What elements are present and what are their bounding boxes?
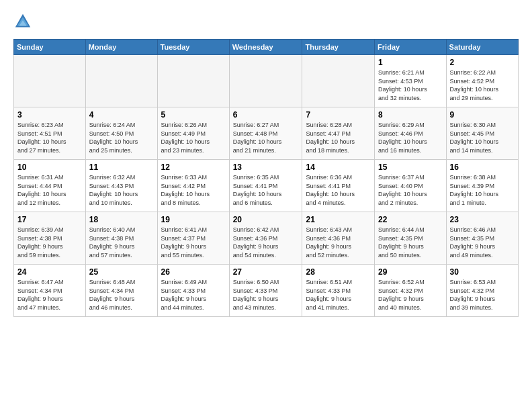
day-number: 5	[161, 110, 226, 120]
calendar-cell	[302, 55, 375, 107]
day-number: 17	[17, 215, 82, 224]
day-number: 24	[17, 267, 82, 277]
calendar-cell: 3Sunrise: 6:23 AM Sunset: 4:51 PM Daylig…	[14, 107, 86, 160]
calendar-cell: 6Sunrise: 6:27 AM Sunset: 4:48 PM Daylig…	[229, 107, 302, 160]
day-number: 6	[233, 110, 299, 120]
day-info: Sunrise: 6:30 AM Sunset: 4:45 PM Dayligh…	[450, 121, 515, 154]
calendar-cell: 24Sunrise: 6:47 AM Sunset: 4:34 PM Dayli…	[14, 265, 86, 317]
day-number: 23	[450, 215, 515, 224]
day-info: Sunrise: 6:27 AM Sunset: 4:48 PM Dayligh…	[233, 121, 299, 154]
day-number: 22	[378, 215, 442, 224]
calendar-cell: 9Sunrise: 6:30 AM Sunset: 4:45 PM Daylig…	[446, 107, 518, 160]
calendar-cell: 2Sunrise: 6:22 AM Sunset: 4:52 PM Daylig…	[446, 55, 518, 107]
day-number: 25	[89, 267, 154, 277]
calendar-cell	[157, 55, 229, 107]
day-number: 29	[378, 267, 442, 277]
day-info: Sunrise: 6:47 AM Sunset: 4:34 PM Dayligh…	[17, 278, 82, 312]
weekday-header-thursday: Thursday	[302, 40, 375, 55]
weekday-header-friday: Friday	[375, 40, 446, 55]
day-info: Sunrise: 6:26 AM Sunset: 4:49 PM Dayligh…	[161, 121, 226, 154]
day-info: Sunrise: 6:41 AM Sunset: 4:37 PM Dayligh…	[161, 226, 226, 259]
day-number: 12	[161, 163, 226, 172]
calendar-cell: 28Sunrise: 6:51 AM Sunset: 4:33 PM Dayli…	[302, 265, 375, 317]
logo	[13, 12, 35, 31]
day-info: Sunrise: 6:36 AM Sunset: 4:41 PM Dayligh…	[306, 173, 371, 207]
calendar-cell: 26Sunrise: 6:49 AM Sunset: 4:33 PM Dayli…	[157, 265, 229, 317]
day-number: 28	[306, 267, 371, 277]
day-number: 11	[89, 163, 154, 172]
calendar-cell: 25Sunrise: 6:48 AM Sunset: 4:34 PM Dayli…	[85, 265, 157, 317]
calendar-cell: 15Sunrise: 6:37 AM Sunset: 4:40 PM Dayli…	[375, 160, 446, 212]
calendar-cell: 27Sunrise: 6:50 AM Sunset: 4:33 PM Dayli…	[229, 265, 302, 317]
calendar-cell	[229, 55, 302, 107]
day-info: Sunrise: 6:50 AM Sunset: 4:33 PM Dayligh…	[233, 278, 299, 312]
calendar-cell	[14, 55, 86, 107]
calendar-week-5: 24Sunrise: 6:47 AM Sunset: 4:34 PM Dayli…	[14, 265, 519, 317]
calendar-cell: 29Sunrise: 6:52 AM Sunset: 4:32 PM Dayli…	[375, 265, 446, 317]
day-info: Sunrise: 6:35 AM Sunset: 4:41 PM Dayligh…	[233, 173, 299, 207]
day-number: 9	[450, 110, 515, 120]
weekday-header-wednesday: Wednesday	[229, 40, 302, 55]
day-number: 20	[233, 215, 299, 224]
day-number: 18	[89, 215, 154, 224]
weekday-header-monday: Monday	[85, 40, 157, 55]
day-info: Sunrise: 6:32 AM Sunset: 4:43 PM Dayligh…	[89, 173, 154, 207]
day-number: 26	[161, 267, 226, 277]
day-info: Sunrise: 6:24 AM Sunset: 4:50 PM Dayligh…	[89, 121, 154, 154]
day-info: Sunrise: 6:43 AM Sunset: 4:36 PM Dayligh…	[306, 226, 371, 259]
calendar-cell: 13Sunrise: 6:35 AM Sunset: 4:41 PM Dayli…	[229, 160, 302, 212]
day-number: 4	[89, 110, 154, 120]
day-number: 10	[17, 163, 82, 172]
logo-icon	[13, 12, 32, 31]
weekday-header-saturday: Saturday	[446, 40, 518, 55]
calendar-week-1: 1Sunrise: 6:21 AM Sunset: 4:53 PM Daylig…	[14, 55, 519, 107]
calendar-cell: 7Sunrise: 6:28 AM Sunset: 4:47 PM Daylig…	[302, 107, 375, 160]
day-info: Sunrise: 6:22 AM Sunset: 4:52 PM Dayligh…	[450, 68, 515, 102]
weekday-header-row: SundayMondayTuesdayWednesdayThursdayFrid…	[14, 40, 519, 55]
day-info: Sunrise: 6:40 AM Sunset: 4:38 PM Dayligh…	[89, 226, 154, 259]
day-info: Sunrise: 6:37 AM Sunset: 4:40 PM Dayligh…	[378, 173, 442, 207]
day-info: Sunrise: 6:23 AM Sunset: 4:51 PM Dayligh…	[17, 121, 82, 154]
calendar-cell: 12Sunrise: 6:33 AM Sunset: 4:42 PM Dayli…	[157, 160, 229, 212]
day-info: Sunrise: 6:38 AM Sunset: 4:39 PM Dayligh…	[450, 173, 515, 207]
day-number: 15	[378, 163, 442, 172]
day-number: 13	[233, 163, 299, 172]
day-info: Sunrise: 6:44 AM Sunset: 4:35 PM Dayligh…	[378, 226, 442, 259]
calendar-cell: 19Sunrise: 6:41 AM Sunset: 4:37 PM Dayli…	[157, 212, 229, 265]
day-number: 21	[306, 215, 371, 224]
calendar-cell: 21Sunrise: 6:43 AM Sunset: 4:36 PM Dayli…	[302, 212, 375, 265]
day-info: Sunrise: 6:29 AM Sunset: 4:46 PM Dayligh…	[378, 121, 442, 154]
day-number: 14	[306, 163, 371, 172]
calendar-cell: 1Sunrise: 6:21 AM Sunset: 4:53 PM Daylig…	[375, 55, 446, 107]
calendar-week-3: 10Sunrise: 6:31 AM Sunset: 4:44 PM Dayli…	[14, 160, 519, 212]
weekday-header-tuesday: Tuesday	[157, 40, 229, 55]
calendar-cell: 11Sunrise: 6:32 AM Sunset: 4:43 PM Dayli…	[85, 160, 157, 212]
calendar-cell: 18Sunrise: 6:40 AM Sunset: 4:38 PM Dayli…	[85, 212, 157, 265]
day-info: Sunrise: 6:49 AM Sunset: 4:33 PM Dayligh…	[161, 278, 226, 312]
day-info: Sunrise: 6:33 AM Sunset: 4:42 PM Dayligh…	[161, 173, 226, 207]
calendar-cell: 30Sunrise: 6:53 AM Sunset: 4:32 PM Dayli…	[446, 265, 518, 317]
day-info: Sunrise: 6:31 AM Sunset: 4:44 PM Dayligh…	[17, 173, 82, 207]
day-number: 16	[450, 163, 515, 172]
calendar-cell: 20Sunrise: 6:42 AM Sunset: 4:36 PM Dayli…	[229, 212, 302, 265]
day-info: Sunrise: 6:39 AM Sunset: 4:38 PM Dayligh…	[17, 226, 82, 259]
header	[13, 12, 519, 31]
calendar-cell: 17Sunrise: 6:39 AM Sunset: 4:38 PM Dayli…	[14, 212, 86, 265]
calendar-cell: 16Sunrise: 6:38 AM Sunset: 4:39 PM Dayli…	[446, 160, 518, 212]
calendar-cell: 8Sunrise: 6:29 AM Sunset: 4:46 PM Daylig…	[375, 107, 446, 160]
calendar-week-4: 17Sunrise: 6:39 AM Sunset: 4:38 PM Dayli…	[14, 212, 519, 265]
day-number: 3	[17, 110, 82, 120]
day-info: Sunrise: 6:52 AM Sunset: 4:32 PM Dayligh…	[378, 278, 442, 312]
day-number: 1	[378, 58, 442, 67]
weekday-header-sunday: Sunday	[14, 40, 86, 55]
calendar-body: 1Sunrise: 6:21 AM Sunset: 4:53 PM Daylig…	[14, 55, 519, 317]
day-number: 8	[378, 110, 442, 120]
calendar-cell	[85, 55, 157, 107]
calendar-header: SundayMondayTuesdayWednesdayThursdayFrid…	[14, 40, 519, 55]
page: SundayMondayTuesdayWednesdayThursdayFrid…	[0, 0, 532, 324]
day-number: 7	[306, 110, 371, 120]
day-number: 30	[450, 267, 515, 277]
calendar-week-2: 3Sunrise: 6:23 AM Sunset: 4:51 PM Daylig…	[14, 107, 519, 160]
day-number: 2	[450, 58, 515, 67]
calendar-cell: 23Sunrise: 6:46 AM Sunset: 4:35 PM Dayli…	[446, 212, 518, 265]
